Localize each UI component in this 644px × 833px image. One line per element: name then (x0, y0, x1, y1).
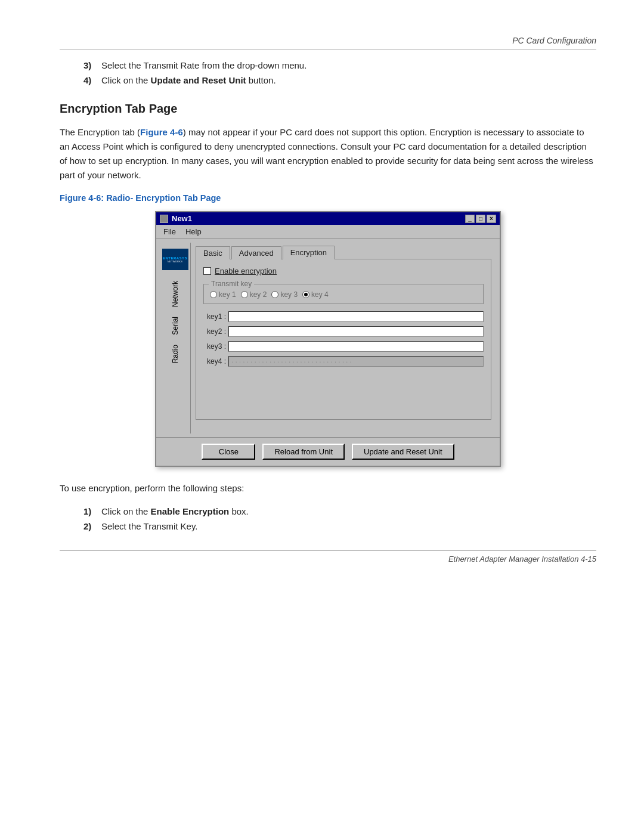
transmit-key-group: Transmit key key 1 key 2 (203, 284, 484, 304)
key4-label: key4 : (203, 357, 226, 366)
radio-key4[interactable]: key 4 (302, 290, 329, 299)
page-header: PC Card Configuration (60, 36, 596, 49)
step-3: 3) Select the Transmit Rate from the dro… (83, 60, 596, 70)
key1-input[interactable] (228, 311, 484, 322)
update-and-reset-unit-button[interactable]: Update and Reset Unit (352, 444, 454, 460)
logo-sub: NETWORKS (168, 260, 183, 263)
enable-encryption-label[interactable]: Enable encryption (215, 267, 277, 275)
key3-input[interactable] (228, 341, 484, 352)
dialog-footer: Close Reload from Unit Update and Reset … (156, 437, 500, 466)
titlebar-title-area: New1 (160, 214, 192, 223)
bottom-step-2: 2) Select the Transmit Key. (83, 521, 596, 531)
top-steps: 3) Select the Transmit Rate from the dro… (60, 60, 596, 85)
minimize-button[interactable]: _ (465, 215, 475, 223)
radio-key4-label: key 4 (311, 290, 329, 299)
page-footer: Ethernet Adapter Manager Installation 4-… (60, 550, 596, 563)
figure-ref: Figure 4-6 (140, 127, 183, 137)
step-4: 4) Click on the Update and Reset Unit bu… (83, 75, 596, 85)
radio-key2-label: key 2 (250, 290, 267, 299)
dialog-menubar: File Help (156, 225, 500, 239)
radio-key3[interactable]: key 3 (271, 290, 298, 299)
sidebar-serial[interactable]: Serial (169, 312, 182, 340)
radio-key4-input[interactable] (302, 291, 309, 298)
radio-key3-input[interactable] (271, 291, 278, 298)
bottom-step-num-2: 2) (83, 521, 97, 531)
body-paragraph-1: The Encryption tab (Figure 4-6) may not … (60, 125, 596, 182)
menu-help[interactable]: Help (181, 226, 206, 237)
key4-input[interactable]: ................................ (228, 356, 484, 367)
dialog-titlebar: New1 _ □ × (156, 212, 500, 225)
bottom-intro-text: To use encryption, perform the following… (60, 481, 596, 496)
menu-file[interactable]: File (159, 226, 181, 237)
sidebar-radio[interactable]: Radio (169, 340, 182, 368)
titlebar-buttons[interactable]: _ □ × (465, 215, 496, 223)
enterasys-logo: ENTERASYS NETWORKS (162, 249, 188, 270)
bottom-steps: 1) Click on the Enable Encryption box. 2… (60, 506, 596, 531)
key2-row: key2 : (203, 326, 484, 337)
bottom-step-num-1: 1) (83, 506, 97, 516)
encryption-tab-panel: Enable encryption Transmit key key 1 (196, 259, 491, 420)
close-button[interactable]: × (487, 215, 496, 223)
header-title: PC Card Configuration (512, 36, 596, 45)
dialog-main-content: Basic Advanced Encryption Enable encrypt… (191, 243, 496, 433)
dialog-sidebar: ENTERASYS NETWORKS Network Serial Radio (160, 243, 191, 433)
step-num-4: 4) (83, 75, 97, 85)
step-3-text: Select the Transmit Rate from the drop-d… (101, 60, 306, 70)
bottom-step-1-bold: Enable Encryption (151, 506, 230, 516)
step-num-3: 3) (83, 60, 97, 70)
titlebar-icon (160, 215, 168, 223)
radio-key1-label: key 1 (219, 290, 236, 299)
key2-label: key2 : (203, 327, 226, 336)
footer-text: Ethernet Adapter Manager Installation 4-… (448, 555, 596, 563)
tab-encryption[interactable]: Encryption (283, 246, 335, 259)
tab-advanced[interactable]: Advanced (231, 246, 281, 259)
key1-label: key1 : (203, 312, 226, 321)
figure-caption: Figure 4-6: Radio- Encryption Tab Page (60, 193, 596, 203)
tabs-bar: Basic Advanced Encryption (191, 243, 496, 259)
key4-row: key4 : ................................ (203, 356, 484, 367)
radio-key1[interactable]: key 1 (210, 290, 236, 299)
key3-row: key3 : (203, 341, 484, 352)
key2-input[interactable] (228, 326, 484, 337)
bottom-step-2-text: Select the Transmit Key. (101, 521, 197, 531)
tab-basic[interactable]: Basic (196, 246, 230, 259)
radio-key2-input[interactable] (241, 291, 248, 298)
dialog-window: New1 _ □ × File Help ENTERASYS NETWORKS … (155, 211, 501, 467)
dialog-title: New1 (172, 214, 192, 223)
enable-encryption-row: Enable encryption (203, 267, 484, 275)
dialog-body: ENTERASYS NETWORKS Network Serial Radio … (156, 239, 500, 437)
close-dialog-button[interactable]: Close (202, 444, 255, 460)
key3-label: key3 : (203, 342, 226, 351)
radio-key2[interactable]: key 2 (241, 290, 267, 299)
radio-key1-input[interactable] (210, 291, 217, 298)
reload-from-unit-button[interactable]: Reload from Unit (262, 444, 345, 460)
step-4-bold: Update and Reset Unit (151, 75, 246, 85)
key1-row: key1 : (203, 311, 484, 322)
step-4-text: Click on the Update and Reset Unit butto… (101, 75, 276, 85)
bottom-step-1: 1) Click on the Enable Encryption box. (83, 506, 596, 516)
radio-key3-label: key 3 (280, 290, 298, 299)
bottom-step-1-text: Click on the Enable Encryption box. (101, 506, 249, 516)
sidebar-network[interactable]: Network (169, 276, 182, 312)
enable-encryption-checkbox[interactable] (203, 267, 211, 275)
maximize-button[interactable]: □ (476, 215, 485, 223)
radio-row: key 1 key 2 key 3 (210, 288, 477, 299)
section-heading: Encryption Tab Page (60, 102, 596, 116)
transmit-key-legend: Transmit key (209, 280, 254, 288)
